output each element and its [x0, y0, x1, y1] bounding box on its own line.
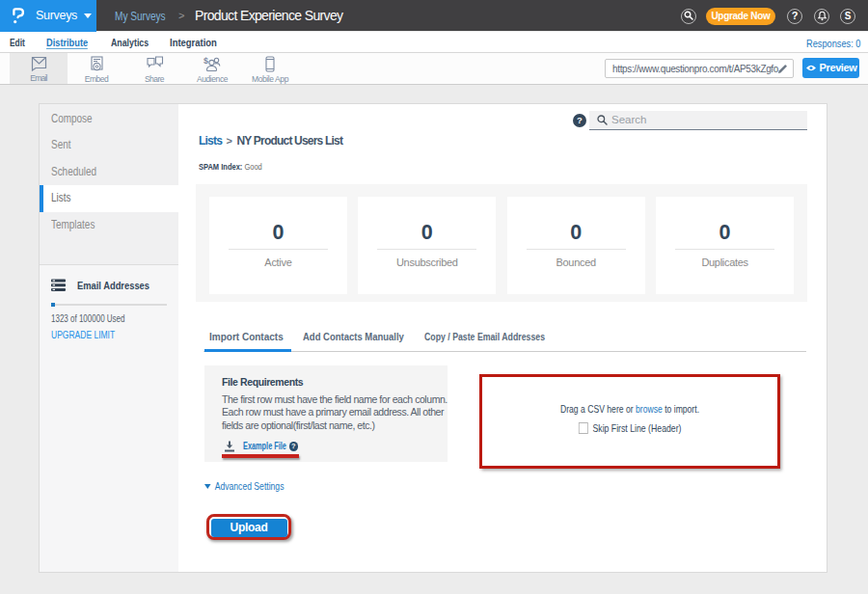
- svg-text:$: $: [203, 56, 208, 66]
